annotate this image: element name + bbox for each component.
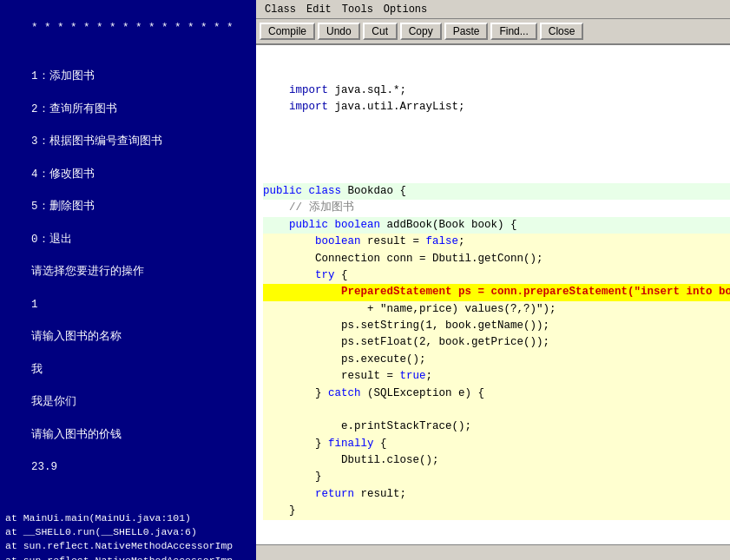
code-line: ps.execute(); bbox=[263, 352, 730, 368]
menu-item-4: 4：修改图书 bbox=[31, 168, 95, 181]
code-area[interactable]: import java.sql.*; import java.util.Arra… bbox=[256, 45, 730, 544]
close-button[interactable]: Close bbox=[540, 23, 584, 40]
code-line bbox=[263, 133, 730, 149]
input-action: 1 bbox=[31, 299, 38, 311]
code-editor-panel: Class Edit Tools Options Compile Undo Cu… bbox=[256, 0, 730, 560]
code-line: } bbox=[263, 469, 730, 485]
stack-line-1: at MainUi.main(MainUi.java:101) bbox=[5, 511, 251, 525]
code-line: import java.util.ArrayList; bbox=[263, 99, 730, 115]
code-line bbox=[263, 65, 730, 82]
menu-item-1: 1：添加图书 bbox=[31, 70, 95, 82]
code-line: ps.setString(1, book.getName()); bbox=[263, 318, 730, 334]
code-line bbox=[263, 116, 730, 133]
input-price: 23.9 bbox=[31, 461, 57, 473]
code-line-comment: // 添加图书 bbox=[263, 200, 730, 216]
code-line: return result; bbox=[263, 486, 730, 503]
undo-button[interactable]: Undo bbox=[318, 23, 360, 40]
code-line-method: public boolean addBook(Book book) { bbox=[263, 217, 730, 234]
menu-item-3: 3：根据图书编号查询图书 bbox=[31, 135, 162, 148]
toolbar: Compile Undo Cut Copy Paste Find... Clos… bbox=[256, 19, 730, 45]
terminal-panel: * * * * * * * * * * * * * * * * 1：添加图书 2… bbox=[0, 0, 256, 560]
terminal-content: * * * * * * * * * * * * * * * * 1：添加图书 2… bbox=[5, 3, 251, 508]
menu-item-0: 0：退出 bbox=[31, 234, 72, 246]
cut-button[interactable]: Cut bbox=[363, 23, 398, 40]
code-line bbox=[263, 402, 730, 418]
paste-button[interactable]: Paste bbox=[444, 23, 489, 40]
code-line: boolean result = false; bbox=[263, 234, 730, 250]
prompt-action: 请选择您要进行的操作 bbox=[31, 266, 144, 278]
code-line-highlighted: PreparedStatement ps = conn.prepareState… bbox=[263, 284, 730, 300]
code-line: + "name,price) values(?,?)"); bbox=[263, 301, 730, 318]
code-line: Dbutil.close(); bbox=[263, 452, 730, 469]
code-line: } bbox=[263, 503, 730, 519]
prompt-price: 请输入图书的价钱 bbox=[31, 429, 122, 441]
menu-options[interactable]: Options bbox=[378, 3, 432, 16]
error-section: at MainUi.main(MainUi.java:101) at __SHE… bbox=[5, 511, 251, 560]
status-bar bbox=[256, 544, 730, 560]
code-line-class: public class Bookdao { bbox=[263, 183, 730, 200]
input-name: 我 bbox=[31, 364, 43, 376]
code-line bbox=[263, 49, 730, 65]
code-content[interactable]: import java.sql.*; import java.util.Arra… bbox=[256, 45, 730, 544]
code-line: } finally { bbox=[263, 436, 730, 452]
stack-line-2: at __SHELL0.run(__SHELL0.java:6) bbox=[5, 525, 251, 539]
copy-button[interactable]: Copy bbox=[400, 23, 442, 40]
find-button[interactable]: Find... bbox=[490, 23, 536, 40]
menu-item-2: 2：查询所有图书 bbox=[31, 103, 117, 115]
code-line bbox=[263, 149, 730, 166]
menu-class[interactable]: Class bbox=[260, 3, 301, 16]
menu-chars: * * * * * * * * * * * * * * * * bbox=[31, 22, 233, 34]
menu-item-5: 5：删除图书 bbox=[31, 201, 95, 213]
code-line: } catch (SQLException e) { bbox=[263, 385, 730, 402]
code-line bbox=[263, 167, 730, 183]
menu-edit[interactable]: Edit bbox=[301, 3, 337, 16]
menu-tools[interactable]: Tools bbox=[337, 3, 378, 16]
code-line: ps.setFloat(2, book.getPrice()); bbox=[263, 334, 730, 351]
code-line: try { bbox=[263, 267, 730, 284]
code-line: e.printStackTrace(); bbox=[263, 418, 730, 435]
stack-line-4: at sun.reflect.NativeMethodAccessorImp bbox=[5, 554, 251, 560]
code-line: result = true; bbox=[263, 368, 730, 385]
result-text: 我是你们 bbox=[31, 396, 76, 408]
menu-bar: Class Edit Tools Options bbox=[256, 0, 730, 19]
compile-button[interactable]: Compile bbox=[260, 23, 315, 40]
prompt-name: 请输入图书的名称 bbox=[31, 331, 122, 343]
code-line: import java.sql.*; bbox=[263, 82, 730, 99]
code-line: Connection conn = Dbutil.getConn(); bbox=[263, 251, 730, 267]
stack-line-3: at sun.reflect.NativeMethodAccessorImp bbox=[5, 539, 251, 553]
